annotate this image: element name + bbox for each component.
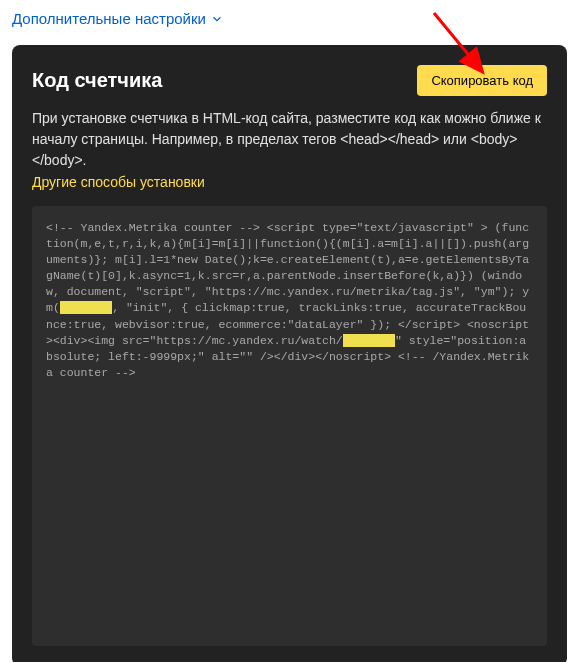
copy-code-button[interactable]: Скопировать код bbox=[417, 65, 547, 96]
chevron-down-icon bbox=[210, 12, 224, 26]
advanced-settings-label: Дополнительные настройки bbox=[12, 10, 206, 27]
panel-title: Код счетчика bbox=[32, 69, 162, 92]
other-install-methods-link[interactable]: Другие способы установки bbox=[32, 174, 205, 190]
panel-description: При установке счетчика в HTML-код сайта,… bbox=[32, 108, 547, 171]
counter-code-panel: Код счетчика Скопировать код При установ… bbox=[12, 45, 567, 662]
redacted-id: XXXXXXX bbox=[343, 334, 395, 347]
code-block[interactable]: <!-- Yandex.Metrika counter --> <script … bbox=[32, 206, 547, 646]
advanced-settings-link[interactable]: Дополнительные настройки bbox=[0, 0, 579, 45]
redacted-id: XXXXXXX bbox=[60, 301, 112, 314]
